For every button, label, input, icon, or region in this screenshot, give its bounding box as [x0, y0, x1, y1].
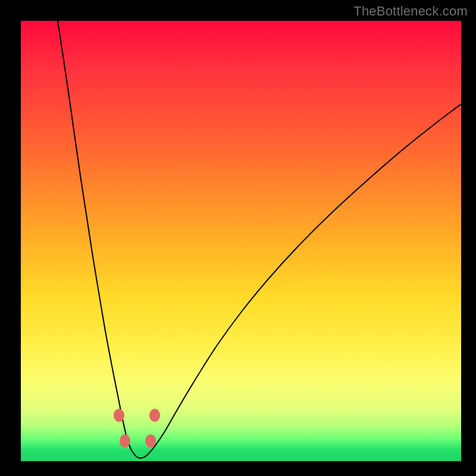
plot-area — [21, 21, 461, 461]
trough-markers — [114, 409, 160, 447]
trough-marker — [120, 434, 130, 447]
trough-marker — [114, 409, 124, 422]
bottleneck-curve — [58, 21, 461, 458]
trough-marker — [149, 409, 160, 422]
chart-frame: TheBottleneck.com — [0, 0, 476, 476]
curve-layer — [21, 21, 461, 461]
watermark-text: TheBottleneck.com — [353, 4, 468, 19]
trough-marker — [145, 434, 156, 447]
